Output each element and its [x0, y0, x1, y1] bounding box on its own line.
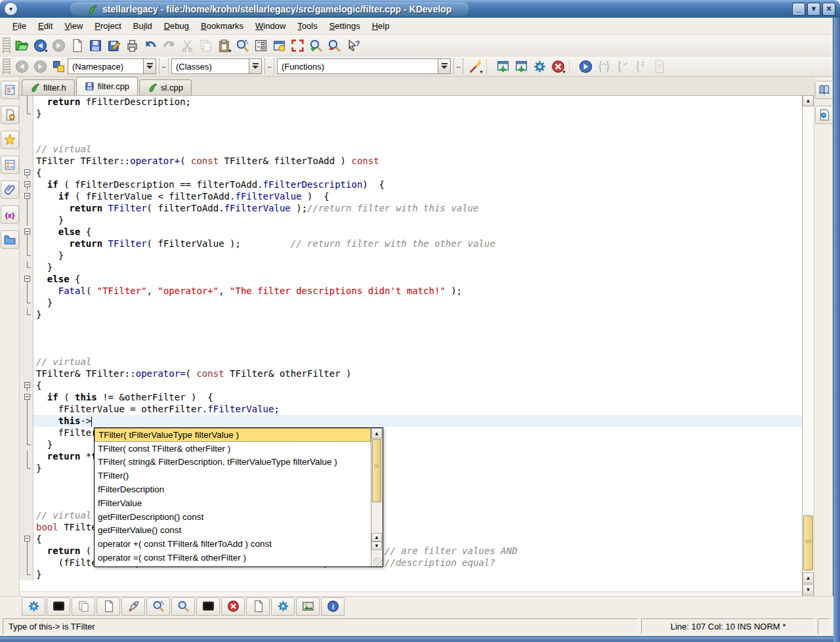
leftdock-folder-blue-button[interactable] [1, 230, 19, 249]
fold-gutter[interactable] [20, 108, 33, 119]
fold-collapse-icon[interactable] [24, 169, 30, 175]
whats-this-button[interactable]: ? [343, 37, 362, 54]
stop-button[interactable]: ▼ [549, 58, 567, 75]
fold-gutter[interactable] [20, 557, 33, 568]
bottomdock-new-file-button-9[interactable] [246, 597, 270, 616]
bottomdock-terminal-button-7[interactable] [196, 597, 220, 616]
bottomdock-find-button-5[interactable] [146, 597, 170, 616]
print-button[interactable] [123, 37, 141, 54]
bottomdock-zoom-plain-button-6[interactable] [171, 597, 195, 616]
fold-gutter[interactable] [20, 403, 33, 415]
fold-collapse-icon[interactable] [24, 382, 30, 388]
tab-filter.cpp[interactable]: filter.cpp [76, 77, 138, 95]
tab-sl.cpp[interactable]: sl.cpp [139, 79, 192, 95]
fold-gutter[interactable] [20, 214, 33, 226]
completion-item[interactable]: getFilterDescription() const [94, 510, 371, 524]
new-file-button[interactable] [68, 37, 86, 54]
wand-button[interactable]: ▼ [466, 58, 484, 75]
menu-project[interactable]: Project [89, 19, 127, 33]
fold-gutter[interactable] [20, 96, 33, 108]
menu-settings[interactable]: Settings [324, 19, 366, 33]
completion-item[interactable]: operator =( const TFilter& otherFilter ) [94, 551, 371, 565]
leftdock-clip-button[interactable] [1, 181, 19, 199]
open-folder-button[interactable] [12, 37, 31, 54]
fold-gutter[interactable] [20, 450, 33, 462]
completion-item[interactable]: TFilter( string& FilterDescription, tFil… [94, 456, 371, 469]
bottomdock-terminal-button-1[interactable] [47, 597, 70, 616]
combo-dropdown-button[interactable] [143, 58, 156, 74]
completion-item[interactable]: TFilter() [94, 469, 371, 482]
bottomdock-gear-blue-button-10[interactable] [271, 597, 295, 616]
fold-collapse-icon[interactable] [24, 193, 30, 199]
fold-gutter[interactable] [20, 155, 33, 167]
fold-gutter[interactable] [20, 285, 33, 297]
menu-debug[interactable]: Debug [158, 19, 195, 33]
bottomdock-new-file-button-3[interactable] [96, 597, 120, 616]
combo-functions[interactable]: (Functions) [277, 58, 438, 74]
fold-gutter[interactable] [20, 202, 33, 214]
build-window-button[interactable] [494, 58, 512, 75]
combo-classes[interactable]: (Classes) [171, 58, 249, 74]
completion-item[interactable]: fFilterDescription [94, 482, 371, 496]
fold-gutter[interactable] [20, 486, 33, 498]
zoom-out-button[interactable] [325, 37, 343, 54]
splitter-handle[interactable]: ↔ [159, 58, 169, 74]
fold-gutter[interactable] [20, 131, 33, 143]
menu-file[interactable]: File [7, 19, 32, 33]
fold-collapse-icon[interactable] [24, 276, 30, 282]
fold-gutter[interactable] [20, 545, 33, 557]
fold-gutter[interactable] [20, 568, 33, 580]
bottomdock-copy-button-2[interactable] [72, 597, 95, 616]
fold-gutter[interactable] [20, 320, 33, 332]
fold-collapse-icon[interactable] [24, 394, 30, 400]
popup-scroll-down[interactable]: ▼ [371, 542, 382, 550]
fold-gutter[interactable] [20, 521, 33, 533]
fold-gutter[interactable] [20, 226, 33, 238]
combo-namespace[interactable]: (Namespace) [68, 58, 143, 74]
fold-gutter[interactable] [20, 309, 33, 320]
menu-view[interactable]: View [58, 19, 89, 33]
fold-gutter[interactable] [20, 379, 33, 391]
fold-gutter[interactable] [20, 533, 33, 545]
popup-scroll-up[interactable]: ▲ [371, 428, 382, 439]
fold-gutter[interactable] [20, 249, 33, 261]
fold-gutter[interactable] [20, 119, 33, 131]
rightdock-doc-code-button[interactable] [815, 106, 833, 124]
new-window-button[interactable] [270, 37, 288, 54]
paste-button[interactable]: ▼ [215, 37, 233, 54]
combo-dropdown-button[interactable] [438, 58, 451, 74]
save-as-button[interactable] [104, 37, 123, 54]
class-browser-button[interactable] [49, 58, 68, 75]
leftdock-bookmark-star-button[interactable] [1, 131, 19, 149]
minimize-button[interactable]: _ [792, 3, 805, 16]
bottomdock-info-button-12[interactable]: i [321, 597, 345, 616]
fold-gutter[interactable] [20, 261, 33, 273]
fold-gutter[interactable] [20, 368, 33, 379]
run-button[interactable] [576, 58, 595, 75]
raise-editor-button[interactable] [251, 37, 270, 54]
fold-gutter[interactable] [20, 179, 33, 190]
popup-resize-grip[interactable] [373, 557, 383, 567]
menu-build[interactable]: Build [127, 19, 158, 33]
tab-filter.h[interactable]: filter.h [22, 79, 75, 95]
menu-window[interactable]: Window [249, 19, 291, 33]
fold-gutter[interactable] [20, 273, 33, 285]
menu-tools[interactable]: Tools [291, 19, 323, 33]
fold-collapse-icon[interactable] [24, 536, 30, 542]
completion-item[interactable]: TFilter( tFilterValueType filterValue ) [94, 428, 371, 442]
fold-gutter[interactable] [20, 356, 33, 368]
leftdock-class-view-button[interactable] [1, 156, 19, 174]
bottomdock-rocket-button-4[interactable] [121, 597, 145, 616]
fold-gutter[interactable] [20, 297, 33, 309]
combo-dropdown-button[interactable] [249, 58, 262, 74]
fold-collapse-icon[interactable] [24, 181, 30, 187]
find-button[interactable] [233, 37, 251, 54]
maximize-button[interactable]: ▼ [807, 3, 820, 16]
fold-gutter[interactable] [20, 238, 33, 249]
fold-gutter[interactable] [20, 332, 33, 344]
fold-gutter[interactable] [20, 167, 33, 179]
build-window-button[interactable] [512, 58, 530, 75]
scroll-down-button[interactable]: ▼ [803, 584, 814, 595]
toolbar-handle[interactable] [3, 37, 10, 54]
fold-gutter[interactable] [20, 498, 33, 509]
